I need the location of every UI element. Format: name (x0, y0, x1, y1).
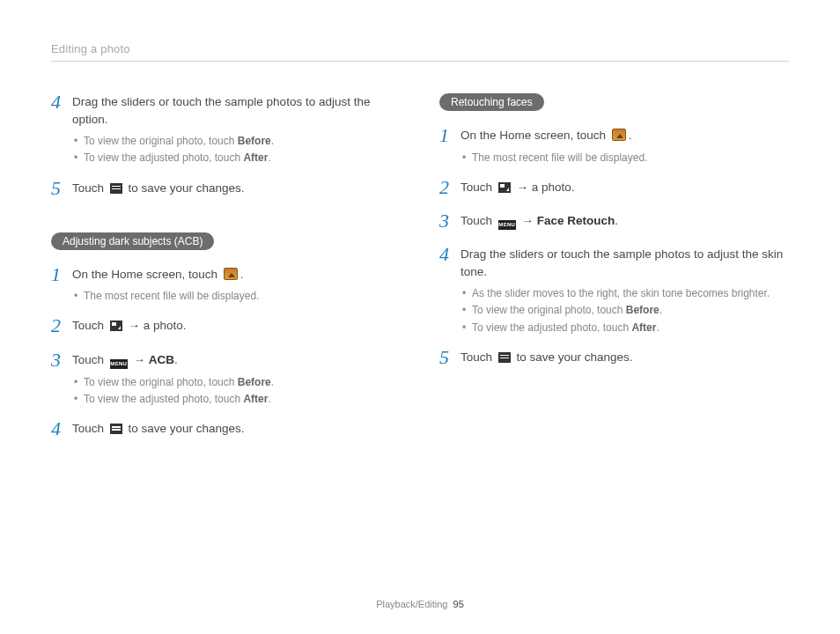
step-number: 1 (51, 264, 72, 304)
section-pill-acb: Adjusting dark subjects (ACB) (51, 232, 214, 250)
step-number: 5 (439, 347, 461, 368)
bold: After (631, 321, 656, 334)
text: To view the original photo, touch (84, 135, 238, 147)
step-number: 4 (51, 418, 72, 439)
menu-icon: MENU (110, 359, 128, 369)
text: a photo. (532, 181, 575, 194)
gallery-icon (224, 268, 238, 280)
text: . (271, 376, 274, 388)
bold: After (243, 151, 268, 164)
gallery-icon (612, 129, 626, 141)
text: to save your changes. (125, 181, 245, 195)
text: To view the adjusted photo, touch (84, 151, 243, 164)
text: To view the original photo, touch (472, 304, 626, 316)
text: Touch (461, 181, 496, 194)
subitem: To view the adjusted photo, touch After. (72, 391, 401, 408)
subitem: To view the original photo, touch Before… (461, 302, 789, 319)
text: . (615, 214, 618, 227)
step-text: Drag the sliders or touch the sample pho… (72, 95, 370, 126)
step-1: 1 On the Home screen, touch . The most r… (439, 127, 789, 166)
subitem: To view the original photo, touch Before… (72, 133, 401, 150)
step-number: 3 (439, 210, 461, 232)
subitem: The most recent file will be displayed. (461, 150, 789, 166)
footer-page-number: 95 (453, 599, 464, 609)
step-body: On the Home screen, touch . The most rec… (461, 127, 789, 166)
section-pill-retouch: Retouching faces (439, 93, 544, 111)
text: On the Home screen, touch (461, 129, 609, 142)
text: Touch (461, 350, 496, 364)
right-column: Retouching faces 1 On the Home screen, t… (439, 93, 789, 453)
step-2: 2 Touch → a photo. (51, 317, 401, 338)
page-footer: Playback/Editing 95 (0, 599, 840, 609)
content-columns: 4 Drag the sliders or touch the sample p… (51, 93, 789, 453)
footer-section: Playback/Editing (376, 599, 447, 609)
header-rule (51, 61, 789, 62)
text: . (629, 129, 632, 142)
subitem: To view the adjusted photo, touch After. (72, 150, 401, 166)
step-body: Touch MENU → Face Retouch. (461, 212, 789, 233)
text: . (268, 151, 270, 164)
step-number: 1 (439, 125, 461, 165)
step-sublist: To view the original photo, touch Before… (72, 374, 401, 408)
step-number: 2 (439, 177, 461, 198)
step-body: Touch → a photo. (72, 317, 401, 338)
left-column: 4 Drag the sliders or touch the sample p… (51, 93, 401, 453)
text: . (268, 393, 270, 405)
save-icon (498, 352, 511, 363)
step-3: 3 Touch MENU → ACB. To view the original… (51, 351, 401, 408)
step-4b: 4 Touch to save your changes. (51, 420, 401, 441)
step-sublist: To view the original photo, touch Before… (72, 133, 401, 166)
step-1: 1 On the Home screen, touch . The most r… (51, 266, 401, 306)
text: . (240, 268, 244, 281)
text: Touch (72, 319, 107, 332)
bold: Before (238, 376, 271, 388)
step-text: Drag the sliders or touch the sample pho… (461, 247, 783, 278)
step-number: 4 (51, 92, 72, 166)
bold: Before (238, 135, 271, 147)
text: On the Home screen, touch (72, 268, 221, 281)
step-body: Touch → a photo. (461, 179, 789, 200)
step-body: Touch to save your changes. (461, 349, 789, 370)
step-body: Touch MENU → ACB. To view the original p… (72, 351, 401, 408)
text: to save your changes. (125, 422, 245, 435)
text: . (656, 321, 659, 334)
save-icon (110, 183, 122, 194)
text: To view the adjusted photo, touch (84, 393, 243, 405)
text: Touch (72, 353, 107, 366)
text: Touch (72, 422, 107, 435)
step-sublist: The most recent file will be displayed. (461, 150, 789, 166)
page-header: Editing a photo (51, 42, 789, 62)
step-4: 4 Drag the sliders or touch the sample p… (439, 246, 789, 336)
arrow-icon: → (130, 353, 149, 366)
text: a photo. (144, 319, 187, 332)
step-body: Drag the sliders or touch the sample pho… (461, 246, 789, 336)
subitem: To view the adjusted photo, touch After. (461, 320, 789, 336)
text: To view the adjusted photo, touch (472, 321, 631, 334)
step-number: 2 (51, 315, 72, 336)
step-5: 5 Touch to save your changes. (51, 180, 401, 201)
text: Touch (461, 214, 496, 227)
save-icon (110, 424, 122, 434)
menu-icon: MENU (498, 220, 516, 230)
step-body: Touch to save your changes. (72, 420, 401, 441)
subitem: To view the original photo, touch Before… (72, 374, 401, 391)
photo-icon (110, 321, 122, 331)
text: To view the original photo, touch (84, 376, 238, 388)
step-5: 5 Touch to save your changes. (439, 349, 789, 370)
text: . (174, 353, 178, 366)
step-sublist: As the slider moves to the right, the sk… (461, 285, 789, 336)
bold: ACB (149, 353, 174, 366)
text: . (659, 304, 662, 316)
step-number: 5 (51, 178, 72, 199)
step-4: 4 Drag the sliders or touch the sample p… (51, 93, 401, 167)
photo-icon (498, 182, 511, 193)
step-number: 4 (439, 244, 461, 335)
subitem: As the slider moves to the right, the sk… (461, 285, 789, 302)
step-3: 3 Touch MENU → Face Retouch. (439, 212, 789, 233)
step-number: 3 (51, 350, 72, 406)
step-body: Touch to save your changes. (72, 180, 401, 201)
subitem: The most recent file will be displayed. (72, 288, 401, 305)
arrow-icon: → (125, 319, 144, 332)
text: Touch (72, 181, 107, 195)
bold: Before (626, 304, 659, 316)
